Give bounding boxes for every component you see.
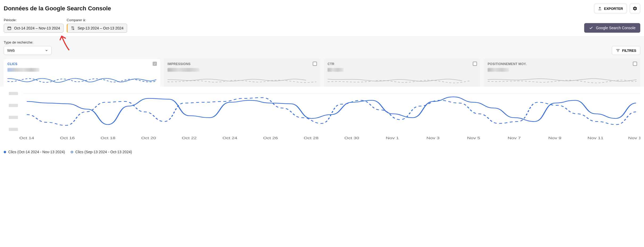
compare-label: Comparer à: — [67, 18, 127, 22]
page-title: Données de la Google Search Console — [4, 5, 111, 12]
filters-label: FILTRES — [622, 49, 636, 53]
gear-icon — [633, 6, 637, 11]
x-axis-label: Nov 11 — [588, 136, 604, 140]
legend-current: Clics (Oct-14 2024 - Nov-13 2024) — [4, 150, 65, 154]
settings-button[interactable] — [630, 4, 640, 13]
google-search-console-button[interactable]: Google Search Console — [584, 23, 640, 33]
sparkline-position — [488, 76, 637, 84]
calendar-icon — [7, 26, 11, 30]
redacted-value — [7, 68, 39, 72]
x-axis-label: Oct 20 — [141, 136, 156, 140]
export-button[interactable]: EXPORTER — [594, 4, 627, 13]
metric-title-ctr: CTR — [328, 62, 476, 66]
metric-card-clics[interactable]: CLICS — [4, 59, 160, 87]
main-line-chart: Oct 14Oct 16Oct 18Oct 20Oct 22Oct 24Oct … — [4, 89, 640, 142]
checkbox-icon[interactable] — [633, 62, 637, 66]
metric-title-position: POSITIONNEMENT MOY. — [488, 62, 637, 66]
x-axis-label: Nov 5 — [467, 136, 480, 140]
checkbox-icon[interactable] — [313, 62, 317, 66]
filters-button[interactable]: FILTRES — [612, 46, 640, 55]
compare-arrows-icon — [71, 26, 75, 30]
svg-rect-4 — [9, 128, 18, 131]
period-value: Oct-14 2024 – Nov-13 2024 — [14, 26, 60, 30]
chevron-down-icon — [45, 49, 48, 52]
x-axis-label: Oct 14 — [19, 136, 34, 140]
svg-rect-2 — [9, 104, 18, 107]
check-icon — [589, 26, 593, 30]
search-type-value: Web — [7, 48, 15, 53]
metric-title-impressions: IMPRESSIONS — [168, 62, 316, 66]
period-label: Période: — [4, 18, 64, 22]
sparkline-impressions — [168, 76, 316, 84]
x-axis-label: Nov 7 — [508, 136, 521, 140]
gsc-button-label: Google Search Console — [596, 26, 635, 30]
metric-card-impressions[interactable]: IMPRESSIONS — [164, 59, 320, 87]
redacted-value — [488, 68, 509, 72]
x-axis-label: Nov 13 — [628, 136, 640, 140]
legend-current-label: Clics (Oct-14 2024 - Nov-13 2024) — [8, 150, 65, 154]
search-type-label: Type de recherche: — [4, 40, 52, 44]
x-axis-label: Oct 28 — [304, 136, 319, 140]
redacted-value — [328, 68, 344, 72]
svg-rect-0 — [8, 27, 11, 30]
upload-icon — [598, 7, 602, 10]
legend-dot-hollow-icon — [71, 151, 73, 153]
checkbox-icon[interactable] — [473, 62, 477, 66]
filter-icon — [616, 48, 620, 53]
search-type-select[interactable]: Web — [4, 46, 52, 55]
x-axis-label: Oct 26 — [263, 136, 278, 140]
sparkline-ctr — [328, 76, 476, 84]
svg-rect-1 — [9, 92, 18, 95]
export-label: EXPORTER — [604, 7, 623, 11]
metric-card-ctr[interactable]: CTR — [324, 59, 480, 87]
compare-value: Sep-13 2024 – Oct-13 2024 — [78, 26, 124, 30]
x-axis-label: Oct 30 — [344, 136, 359, 140]
legend-dot-solid-icon — [4, 151, 6, 153]
metric-card-position[interactable]: POSITIONNEMENT MOY. — [484, 59, 640, 87]
x-axis-label: Oct 22 — [182, 136, 197, 140]
sparkline-clics — [7, 76, 156, 84]
svg-rect-3 — [9, 116, 18, 119]
x-axis-label: Nov 1 — [386, 136, 399, 140]
metric-title-clics: CLICS — [7, 62, 156, 66]
x-axis-label: Nov 9 — [548, 136, 562, 140]
redacted-value — [168, 68, 199, 72]
x-axis-label: Oct 24 — [223, 136, 237, 140]
legend-compare-label: Clics (Sep-13 2024 - Oct-13 2024) — [75, 150, 132, 154]
x-axis-label: Oct 18 — [101, 136, 115, 140]
x-axis-label: Oct 16 — [60, 136, 75, 140]
checkbox-checked-icon[interactable] — [153, 62, 157, 66]
legend-compare: Clics (Sep-13 2024 - Oct-13 2024) — [71, 150, 132, 154]
period-picker[interactable]: Oct-14 2024 – Nov-13 2024 — [4, 24, 64, 33]
compare-picker[interactable]: Sep-13 2024 – Oct-13 2024 — [67, 24, 127, 33]
x-axis-label: Nov 3 — [426, 136, 440, 140]
